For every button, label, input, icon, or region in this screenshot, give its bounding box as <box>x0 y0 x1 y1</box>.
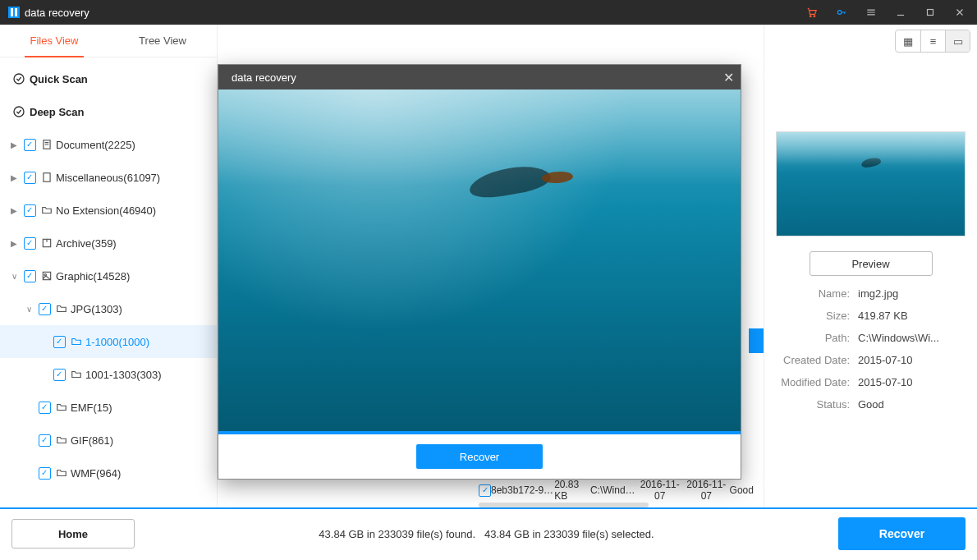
chevron-right-icon[interactable]: ▶ <box>7 206 21 215</box>
svg-point-1 <box>814 16 815 17</box>
file-tree[interactable]: Quick Scan Deep Scan ▶ Document(2225) ▶ … <box>0 57 217 507</box>
meta-label-name: Name: <box>776 287 858 300</box>
checkbox[interactable] <box>479 484 491 497</box>
tab-tree-view[interactable]: Tree View <box>108 25 217 57</box>
tab-files-view[interactable]: Files View <box>0 25 108 57</box>
checkbox[interactable] <box>36 434 53 447</box>
tree-document[interactable]: ▶ Document(2225) <box>0 128 217 161</box>
tree-misc[interactable]: ▶ Miscellaneous(61097) <box>0 161 217 194</box>
check-circle-icon <box>8 72 30 85</box>
checkbox[interactable] <box>36 303 53 315</box>
chevron-right-icon[interactable]: ▶ <box>7 173 21 182</box>
app-name: data recovery <box>25 7 89 19</box>
folder-icon <box>53 434 71 446</box>
cell-path: C:\Windows\Se… <box>590 484 637 496</box>
svg-rect-7 <box>44 173 50 182</box>
checkbox[interactable] <box>21 172 38 184</box>
folder-icon <box>53 467 71 479</box>
tree-jpg[interactable]: ∨ JPG(1303) <box>0 292 217 325</box>
meta-value-created: 2015-07-10 <box>858 354 966 366</box>
detail-view-icon[interactable]: ▭ <box>945 30 970 52</box>
cell-created: 2016-11-07 <box>636 479 683 502</box>
tree-gif[interactable]: GIF(861) <box>0 424 217 457</box>
selection-stripe <box>749 328 764 353</box>
meta-value-modified: 2015-07-10 <box>858 376 966 388</box>
tree-jpg-1001-1303[interactable]: 1001-1303(303) <box>0 358 217 391</box>
app-titlebar: data recovery <box>0 0 977 25</box>
cell-size: 20.83 KB <box>554 479 590 502</box>
status-text: 43.84 GB in 233039 file(s) found. 43.84 … <box>135 528 838 540</box>
checkbox[interactable] <box>21 139 38 151</box>
tree-archive[interactable]: ▶ Archive(359) <box>0 227 217 259</box>
table-row[interactable]: 8eb3b172-9e67-4c6… 20.83 KB C:\Windows\S… <box>479 480 762 501</box>
chevron-down-icon[interactable]: ∨ <box>21 305 36 314</box>
meta-value-status: Good <box>858 398 966 411</box>
meta-label-status: Status: <box>776 398 858 411</box>
svg-point-5 <box>14 107 24 117</box>
modal-titlebar[interactable]: data recovery ✕ <box>218 65 741 90</box>
preview-button[interactable]: Preview <box>810 251 933 276</box>
folder-icon <box>67 336 85 347</box>
close-icon[interactable] <box>951 3 969 21</box>
preview-modal: data recovery ✕ Recover <box>218 64 741 480</box>
meta-label-path: Path: <box>776 332 858 344</box>
document-icon <box>38 139 56 150</box>
tree-noext[interactable]: ▶ No Extension(46940) <box>0 194 217 227</box>
svg-rect-3 <box>928 10 933 16</box>
menu-icon[interactable] <box>862 3 880 21</box>
footer-recover-button[interactable]: Recover <box>838 517 966 550</box>
cell-name: 8eb3b172-9e67-4c6… <box>491 484 554 496</box>
maximize-icon[interactable] <box>921 3 939 21</box>
image-icon <box>38 270 56 282</box>
checkbox[interactable] <box>51 369 67 381</box>
folder-icon <box>38 204 56 216</box>
footer: Home 43.84 GB in 233039 file(s) found. 4… <box>0 509 977 558</box>
horizontal-scrollbar[interactable] <box>479 503 762 509</box>
home-button[interactable]: Home <box>11 519 135 549</box>
check-circle-icon <box>8 105 30 118</box>
tree-jpg-1-1000[interactable]: 1-1000(1000) <box>0 325 217 358</box>
view-mode-buttons: ▦ ≡ ▭ <box>895 30 970 53</box>
meta-value-path: C:\Windows\Wi... <box>858 332 966 344</box>
cell-status: Good <box>730 484 762 496</box>
key-icon[interactable] <box>833 3 851 21</box>
meta-label-modified: Modified Date: <box>776 376 858 388</box>
close-icon[interactable]: ✕ <box>723 70 734 85</box>
sidebar-tabs: Files View Tree View <box>0 25 217 57</box>
svg-point-0 <box>810 16 811 17</box>
meta-label-size: Size: <box>776 310 858 322</box>
grid-view-icon[interactable]: ▦ <box>896 30 920 52</box>
cart-icon[interactable] <box>803 3 821 21</box>
folder-icon <box>67 369 85 380</box>
file-icon <box>38 172 56 183</box>
checkbox[interactable] <box>21 204 38 217</box>
file-list-area: 8eb3b172-9e67-4c6… 20.83 KB C:\Windows\S… <box>218 25 764 507</box>
folder-icon <box>53 402 71 413</box>
checkbox[interactable] <box>36 467 53 480</box>
sidebar: Files View Tree View Quick Scan Deep Sca… <box>0 25 218 507</box>
list-view-icon[interactable]: ≡ <box>920 30 945 52</box>
recover-button[interactable]: Recover <box>416 444 543 469</box>
tree-graphic[interactable]: ∨ Graphic(14528) <box>0 259 217 292</box>
checkbox[interactable] <box>21 237 38 250</box>
app-logo: data recovery <box>8 7 89 19</box>
chevron-down-icon[interactable]: ∨ <box>7 272 21 281</box>
modal-title: data recovery <box>232 71 296 84</box>
meta-value-size: 419.87 KB <box>858 310 966 322</box>
thumbnail-preview <box>776 131 966 236</box>
checkbox[interactable] <box>51 336 67 348</box>
tree-emf[interactable]: EMF(15) <box>0 391 217 424</box>
deep-scan[interactable]: Deep Scan <box>0 95 217 128</box>
checkbox[interactable] <box>21 270 38 282</box>
info-panel: ▦ ≡ ▭ Preview Name:img2.jpg Size:419.87 … <box>764 25 977 507</box>
chevron-right-icon[interactable]: ▶ <box>7 239 21 248</box>
quick-scan[interactable]: Quick Scan <box>0 62 217 95</box>
svg-point-2 <box>837 11 842 15</box>
chevron-right-icon[interactable]: ▶ <box>7 140 21 149</box>
logo-icon <box>8 7 20 18</box>
minimize-icon[interactable] <box>892 3 910 21</box>
tree-wmf[interactable]: WMF(964) <box>0 457 217 489</box>
meta-value-name: img2.jpg <box>858 287 966 300</box>
meta-label-created: Created Date: <box>776 354 858 366</box>
checkbox[interactable] <box>36 402 53 414</box>
